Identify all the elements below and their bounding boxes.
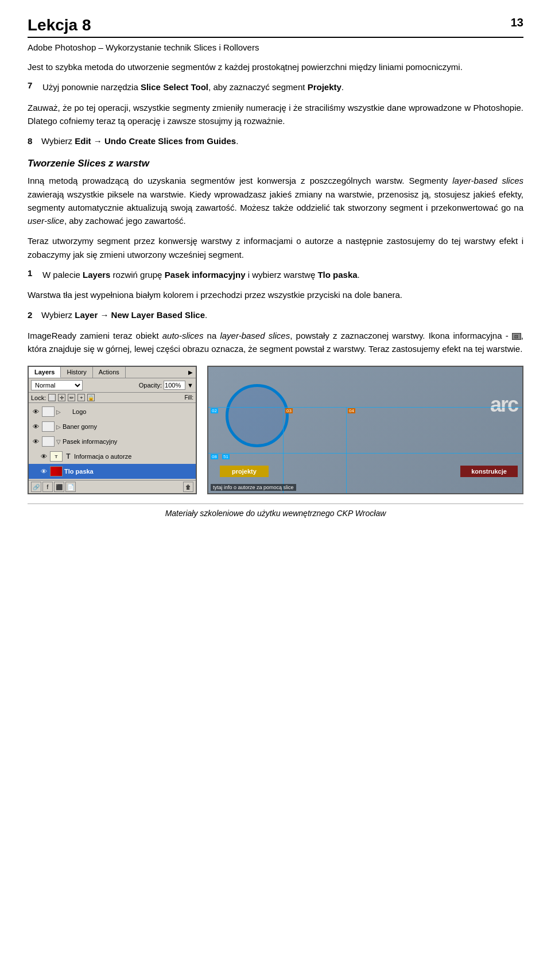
step-2-text1: Wybierz <box>41 310 75 320</box>
header-row: Lekcja 8 13 <box>28 16 523 38</box>
canvas-arc-text: arc <box>490 393 518 417</box>
lock-label: Lock: <box>31 394 46 401</box>
layer-name-logo: Logo <box>72 408 193 415</box>
lock-position-icon[interactable]: + <box>77 394 85 401</box>
layer-thumbnail <box>42 421 55 432</box>
step-1-text1: W palecie <box>42 270 83 280</box>
lock-brush-icon[interactable]: ✏ <box>68 394 75 401</box>
lock-transparent-icon[interactable]: ⬜ <box>48 394 56 401</box>
layer-link-button[interactable]: 🔗 <box>31 482 41 492</box>
slice-vertical-line-1 <box>283 407 284 493</box>
layer-thumbnail <box>50 466 63 477</box>
layers-bottom-bar: 🔗 f ⬛ 📄 🗑 <box>29 480 196 493</box>
group-arrow-icon: ▷ <box>56 409 61 415</box>
canvas-slice-info: tytaj info o autorze za pomocą slice <box>211 484 296 491</box>
step-7-text: Użyj ponownie narzędzia Slice Select Too… <box>42 80 523 94</box>
eye-icon[interactable]: 👁 <box>39 452 48 461</box>
step-2-bold2: New Layer Based Slice <box>111 310 205 320</box>
canvas-konstrukcje: konstrukcje <box>460 466 518 477</box>
para4-italic2: layer-based slices <box>220 331 290 340</box>
section-heading: Tworzenie Slices z warstw <box>28 158 523 169</box>
step-8-bold2: Undo Create Slices from Guides <box>104 136 236 146</box>
group-arrow-icon: ▽ <box>56 439 61 445</box>
slice-num-02: 02 <box>211 408 218 413</box>
lock-move-icon[interactable]: ✛ <box>58 394 65 401</box>
step-1-number: 1 <box>28 268 38 281</box>
step-7: 7 Użyj ponownie narzędzia Slice Select T… <box>28 80 523 94</box>
step-1-bold2: Pasek informacyjny <box>165 270 246 280</box>
tab-history[interactable]: History <box>61 367 92 378</box>
para3: Warstwa tła jest wypełniona białym kolor… <box>28 288 523 301</box>
para4: ImageReady zamieni teraz obiekt auto-sli… <box>28 329 523 356</box>
para4-text3: , powstały z zaznaczonej warstwy. Ikona … <box>290 331 512 340</box>
tab-layers[interactable]: Layers <box>29 367 61 378</box>
eye-icon[interactable]: 👁 <box>31 422 40 431</box>
lock-all-icon[interactable]: 🔒 <box>87 394 95 401</box>
canvas-preview: arc 02 03 04 08 51 projekty konstrukcje … <box>207 366 523 494</box>
opacity-label: Opacity: <box>139 382 162 389</box>
lock-row: Lock: ⬜ ✛ ✏ + 🔒 Fill: <box>29 393 196 403</box>
para4-italic1: auto-slices <box>162 331 204 340</box>
eye-icon[interactable]: 👁 <box>31 407 40 416</box>
layers-panel: Layers History Actions ▶ Normal Opacity:… <box>28 366 197 494</box>
step-2-text: Wybierz Layer → New Layer Based Slice. <box>41 308 207 321</box>
step-7-text-after: . <box>342 82 344 92</box>
list-item[interactable]: 👁 T T Informacja o autorze <box>29 449 196 464</box>
step-2-arrow: → <box>98 310 111 320</box>
eye-icon[interactable]: 👁 <box>31 437 40 446</box>
image-section: Layers History Actions ▶ Normal Opacity:… <box>28 366 523 494</box>
text-type-icon: T <box>64 452 72 460</box>
step-8-arrow: → <box>91 136 104 146</box>
step-8: 8 Wybierz Edit → Undo Create Slices from… <box>28 134 523 148</box>
subtitle: Adobe Photoshop – Wykorzystanie technik … <box>28 42 523 52</box>
slice-num-08: 08 <box>211 454 218 459</box>
layer-name-baner: Baner gorny <box>63 423 193 430</box>
step-8-bold1: Edit <box>75 136 91 146</box>
layer-thumbnail <box>42 406 55 417</box>
canvas-circle <box>226 384 289 447</box>
slice-num-03: 03 <box>285 408 293 413</box>
layer-delete-button[interactable]: 🗑 <box>183 482 193 492</box>
opacity-arrow[interactable]: ▼ <box>187 382 193 389</box>
layer-thumbnail <box>42 436 55 447</box>
fill-label: Fill: <box>184 394 193 401</box>
layer-mask-button[interactable]: ⬛ <box>54 482 64 492</box>
layer-name-pasek: Pasek informacyjny <box>63 438 193 445</box>
intro-text: Jest to szybka metoda do utworzenie segm… <box>28 62 463 72</box>
layer-type-icon <box>63 408 71 416</box>
para4-before: ImageReady zamieni teraz obiekt <box>28 331 162 340</box>
layers-menu-button[interactable]: ▶ <box>185 367 196 378</box>
canvas-inner: arc 02 03 04 08 51 projekty konstrukcje … <box>208 367 522 493</box>
blend-mode-select[interactable]: Normal <box>31 380 83 390</box>
section-text3: , aby zachować jego zawartość. <box>64 216 186 226</box>
list-item[interactable]: 👁 Tlo paska <box>29 464 196 479</box>
footer: Materiały szkoleniowe do użytku wewnętrz… <box>28 503 523 518</box>
step-1-text4: . <box>358 270 360 280</box>
step-8-text-after: . <box>236 136 238 146</box>
step-1-text2: rozwiń grupę <box>110 270 164 280</box>
section-italic1: layer-based slices <box>452 176 523 185</box>
layer-new-button[interactable]: 📄 <box>65 482 76 492</box>
tab-actions[interactable]: Actions <box>93 367 126 378</box>
slice-num-51: 51 <box>222 454 230 459</box>
step-7-number: 7 <box>28 80 38 94</box>
para4-text2: na <box>203 331 220 340</box>
group-arrow-icon: ▷ <box>56 424 61 430</box>
opacity-input[interactable] <box>164 381 185 390</box>
slice-horizontal-line <box>208 407 522 408</box>
section-para1: Inną metodą prowadzącą do uzyskania segm… <box>28 174 523 227</box>
step-1: 1 W palecie Layers rozwiń grupę Pasek in… <box>28 268 523 281</box>
list-item[interactable]: 👁 ▽ Pasek informacyjny <box>29 434 196 449</box>
step-8-number: 8 <box>28 134 38 148</box>
canvas-projekty: projekty <box>220 466 269 477</box>
list-item[interactable]: 👁 ▷ Baner gorny <box>29 419 196 434</box>
eye-icon[interactable]: 👁 <box>39 467 48 476</box>
step-8-text-before: Wybierz <box>41 136 75 146</box>
step-7-bold2: Projekty <box>308 82 342 92</box>
layer-effect-button[interactable]: f <box>42 482 53 492</box>
step-8-text: Wybierz Edit → Undo Create Slices from G… <box>41 134 238 148</box>
slice-vertical-line-2 <box>346 407 347 493</box>
layers-toolbar: Normal Opacity: ▼ <box>29 378 196 393</box>
para2: Teraz utworzymy segment przez konwersję … <box>28 234 523 261</box>
list-item[interactable]: 👁 ▷ Logo <box>29 404 196 419</box>
